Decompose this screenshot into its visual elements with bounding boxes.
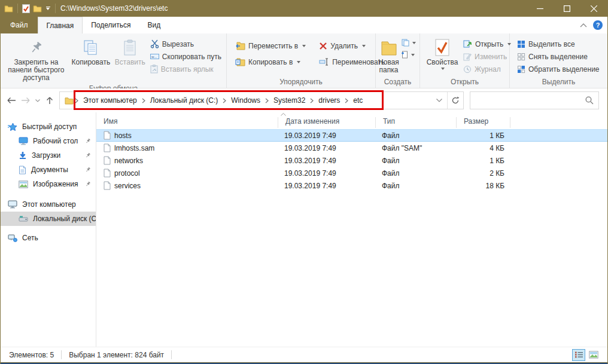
up-icon[interactable] <box>44 94 56 107</box>
sidebar-item-documents[interactable]: Документы <box>1 163 96 177</box>
help-icon[interactable]: ? <box>593 20 603 30</box>
sidebar-item-quick-access[interactable]: Быстрый доступ <box>1 120 96 134</box>
file-row-services[interactable]: services 19.03.2019 7:49 Файл 18 КБ <box>96 179 607 192</box>
qat-separator <box>55 4 56 13</box>
open-icon <box>463 40 472 48</box>
search-box[interactable] <box>470 91 599 109</box>
thumbnail-view-button[interactable] <box>587 349 600 361</box>
file-row-lmhosts[interactable]: lmhosts.sam 19.03.2019 7:49 Файл "SAM" 4… <box>96 142 607 154</box>
select-none-icon <box>517 53 525 61</box>
explorer-window: C:\Windows\System32\drivers\etc Файл Гла… <box>0 0 608 364</box>
history-button[interactable]: Журнал <box>461 63 513 75</box>
breadcrumb-local-disk[interactable]: Локальный диск (C:) <box>147 96 222 105</box>
column-header-size[interactable]: Размер <box>457 117 510 128</box>
quick-access-toolbar <box>1 4 57 13</box>
new-item-button[interactable] <box>402 51 416 59</box>
file-icon <box>104 131 111 140</box>
file-date: 19.03.2019 7:49 <box>278 144 376 152</box>
file-size: 4 КБ <box>457 144 510 152</box>
recent-locations-icon[interactable] <box>34 94 41 107</box>
column-header-date[interactable]: Дата изменения <box>278 117 376 128</box>
breadcrumb-this-pc[interactable]: Этот компьютер <box>80 96 141 105</box>
address-history-icon[interactable] <box>431 92 447 109</box>
ribbon-tabstrip: Файл Главная Поделиться Вид ? <box>1 17 607 33</box>
file-row-hosts[interactable]: hosts 19.03.2019 7:49 Файл 1 КБ <box>96 129 607 142</box>
new-folder-button-label: Новая папка <box>377 59 400 74</box>
move-to-button[interactable]: Переместить в <box>233 38 308 54</box>
qat-properties-icon[interactable] <box>22 4 30 13</box>
tab-view[interactable]: Вид <box>139 17 169 33</box>
file-type: Файл <box>376 169 457 178</box>
sidebar-item-this-pc[interactable]: Этот компьютер <box>1 197 96 212</box>
svg-text:w...: w... <box>151 55 157 59</box>
group-select-label: Выделить <box>510 77 607 88</box>
address-toolbar: Этот компьютер Локальный диск (C:) Windo… <box>1 88 607 112</box>
pin-button-label: Закрепить на панели быстрого доступа <box>5 59 67 82</box>
select-all-button[interactable]: Выделить все <box>515 38 602 50</box>
invert-selection-icon <box>517 65 525 74</box>
sidebar-item-network[interactable]: Сеть <box>1 231 96 245</box>
breadcrumb-system32[interactable]: System32 <box>270 96 309 105</box>
new-folder-button[interactable]: Новая папка <box>377 35 400 76</box>
sidebar-item-downloads[interactable]: Загрузки <box>1 148 96 163</box>
column-header-type[interactable]: Тип <box>376 117 457 128</box>
close-button[interactable] <box>580 0 607 17</box>
pin-to-quick-access-button[interactable]: Закрепить на панели быстрого доступа <box>3 35 69 84</box>
easy-access-caret-icon <box>412 42 416 44</box>
cut-button-label: Вырезать <box>162 40 194 48</box>
breadcrumb-separator-icon <box>75 98 78 103</box>
copy-to-caret-icon <box>297 61 300 63</box>
maximize-button[interactable] <box>554 0 580 17</box>
forward-icon[interactable] <box>20 94 32 107</box>
select-none-button[interactable]: Снять выделение <box>515 50 602 63</box>
sidebar-item-label: Быстрый доступ <box>22 123 77 131</box>
edit-button[interactable]: Изменить <box>461 50 513 63</box>
search-input[interactable] <box>470 92 585 109</box>
open-button[interactable]: Открыть <box>461 38 513 50</box>
column-headers: Имя Дата изменения Тип Размер <box>96 112 607 128</box>
rename-icon <box>319 58 329 66</box>
qat-new-folder-icon[interactable] <box>33 5 42 13</box>
sidebar-item-local-disk[interactable]: Локальный диск (C <box>1 212 96 226</box>
delete-button-label: Удалить <box>330 42 358 50</box>
tab-home[interactable]: Главная <box>38 17 83 33</box>
delete-caret-icon <box>362 45 366 47</box>
file-size: 2 КБ <box>457 169 510 178</box>
paste-icon <box>123 37 136 59</box>
minimize-button[interactable] <box>527 0 554 17</box>
file-date: 19.03.2019 7:49 <box>278 169 376 178</box>
group-create-label: Создать <box>376 77 419 88</box>
copy-to-button[interactable]: Копировать в <box>233 54 308 70</box>
pinned-icon <box>85 138 96 144</box>
cut-button[interactable]: Вырезать <box>148 38 224 50</box>
refresh-icon[interactable] <box>448 92 463 109</box>
collapse-ribbon-icon[interactable] <box>580 23 587 27</box>
column-header-name[interactable]: Имя <box>96 117 278 128</box>
qat-customize-icon[interactable] <box>45 7 51 10</box>
file-row-protocol[interactable]: protocol 19.03.2019 7:49 Файл 2 КБ <box>96 167 607 179</box>
sidebar-item-desktop[interactable]: Рабочий стол <box>1 134 96 148</box>
new-folder-icon <box>381 37 397 59</box>
file-type: Файл "SAM" <box>376 144 457 152</box>
back-icon[interactable] <box>5 94 17 107</box>
quick-access-star-icon <box>8 123 17 131</box>
file-row-networks[interactable]: networks 19.03.2019 7:49 Файл 1 КБ <box>96 154 607 167</box>
paste-button[interactable]: Вставить <box>113 35 148 68</box>
breadcrumb-etc[interactable]: etc <box>349 96 366 105</box>
invert-selection-button[interactable]: Обратить выделение <box>515 63 602 75</box>
breadcrumb-drivers[interactable]: drivers <box>315 96 343 105</box>
paste-shortcut-button[interactable]: Вставить ярлык <box>148 63 224 75</box>
file-icon <box>104 169 111 178</box>
copy-path-button[interactable]: w... Скопировать путь <box>148 50 224 63</box>
edit-icon <box>463 53 472 61</box>
tab-file[interactable]: Файл <box>1 17 38 33</box>
copy-button[interactable]: Копировать <box>69 35 113 68</box>
breadcrumb-windows[interactable]: Windows <box>227 96 264 105</box>
details-view-button[interactable] <box>572 349 585 361</box>
easy-access-button[interactable] <box>402 39 416 47</box>
address-bar[interactable]: Этот компьютер Локальный диск (C:) Windo… <box>59 91 464 109</box>
properties-button[interactable]: Свойства <box>425 35 460 72</box>
sidebar-item-pictures[interactable]: Изображения <box>1 177 96 191</box>
group-open: Свойства Открыть Изменить Жу <box>420 33 510 88</box>
tab-share[interactable]: Поделиться <box>83 17 139 33</box>
